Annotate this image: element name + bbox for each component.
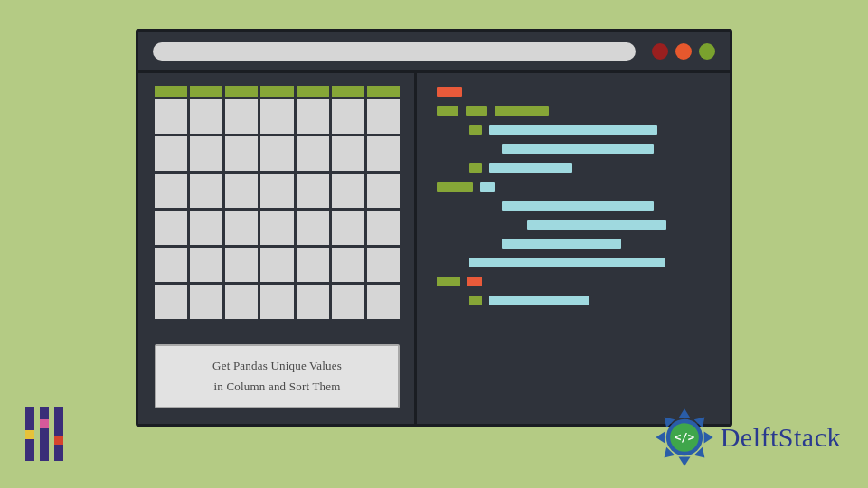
- grid-cell: [367, 136, 400, 171]
- grid-cell: [190, 285, 222, 319]
- caption-box: Get Pandas Unique Values in Column and S…: [155, 344, 400, 408]
- grid-cell: [367, 99, 400, 134]
- table-row: [155, 285, 400, 319]
- grid-cell: [225, 285, 258, 319]
- code-line: [502, 200, 717, 211]
- spreadsheet-grid: [155, 86, 400, 319]
- grid-cell: [297, 211, 329, 245]
- grid-cell: [225, 211, 258, 245]
- grid-cell: [260, 99, 293, 134]
- code-line: [469, 295, 717, 305]
- code-line: [469, 257, 717, 267]
- grid-header-cell: [260, 86, 293, 97]
- code-line: [437, 105, 717, 116]
- grid-cell: [225, 248, 258, 282]
- table-row: [155, 174, 400, 208]
- code-line: [502, 238, 717, 249]
- code-line: [437, 276, 717, 286]
- delftstack-logo: </> DelftStack: [652, 405, 841, 470]
- grid-cell: [190, 174, 222, 208]
- code-token: [467, 277, 482, 286]
- grid-cell: [367, 211, 400, 245]
- grid-cell: [190, 211, 222, 245]
- grid-header-cell: [367, 86, 400, 97]
- code-token: [502, 239, 621, 249]
- grid-header-cell: [155, 86, 187, 97]
- grid-cell: [332, 136, 364, 171]
- grid-cell: [332, 248, 364, 282]
- svg-marker-0: [678, 408, 690, 418]
- code-line: [527, 219, 717, 230]
- left-pane: Get Pandas Unique Values in Column and S…: [138, 73, 417, 424]
- grid-cell: [190, 136, 222, 171]
- grid-cell: [297, 174, 329, 208]
- url-bar[interactable]: [153, 42, 636, 61]
- grid-cell: [225, 136, 258, 171]
- grid-cell: [155, 136, 187, 171]
- svg-text:</>: </>: [675, 431, 694, 444]
- code-token: [437, 106, 458, 116]
- code-token: [480, 182, 495, 192]
- table-row: [155, 99, 400, 134]
- code-line: [437, 86, 717, 97]
- grid-cell: [190, 99, 222, 134]
- grid-cell: [225, 99, 258, 134]
- window-controls: [652, 43, 715, 60]
- code-bullet: [469, 163, 482, 173]
- grid-cell: [155, 99, 187, 134]
- code-token: [437, 182, 473, 192]
- code-token: [502, 201, 654, 211]
- delftstack-label: DelftStack: [721, 422, 841, 453]
- code-token: [437, 277, 460, 286]
- grid-body: [155, 99, 400, 319]
- code-token: [466, 106, 487, 116]
- right-pane: [417, 73, 730, 424]
- code-token: [437, 87, 462, 97]
- grid-cell: [367, 174, 400, 208]
- svg-marker-6: [656, 432, 665, 444]
- code-block: [437, 86, 717, 305]
- svg-marker-2: [703, 432, 712, 444]
- minimize-icon[interactable]: [675, 43, 692, 60]
- close-icon[interactable]: [652, 43, 668, 60]
- grid-cell: [297, 285, 329, 319]
- grid-cell: [367, 285, 400, 319]
- caption-line-2: in Column and Sort Them: [164, 376, 391, 397]
- content-panes: Get Pandas Unique Values in Column and S…: [138, 73, 730, 424]
- table-row: [155, 136, 400, 171]
- grid-cell: [260, 211, 293, 245]
- code-line: [469, 124, 717, 135]
- grid-cell: [190, 248, 222, 282]
- code-token: [495, 106, 549, 116]
- grid-cell: [260, 285, 293, 319]
- titlebar: [138, 32, 730, 73]
- grid-cell: [155, 248, 187, 282]
- grid-cell: [297, 99, 329, 134]
- code-token: [527, 220, 666, 230]
- grid-header-row: [155, 86, 400, 97]
- grid-cell: [297, 136, 329, 171]
- app-window: Get Pandas Unique Values in Column and S…: [136, 29, 732, 427]
- code-bullet: [469, 125, 482, 135]
- grid-cell: [260, 136, 293, 171]
- maximize-icon[interactable]: [699, 43, 715, 60]
- code-token: [489, 163, 572, 173]
- code-token: [489, 125, 657, 135]
- code-token: [502, 144, 654, 154]
- grid-cell: [225, 174, 258, 208]
- code-token: [489, 296, 589, 305]
- left-logo-icon: [25, 407, 63, 461]
- grid-cell: [332, 99, 364, 134]
- caption-line-1: Get Pandas Unique Values: [164, 355, 391, 376]
- grid-cell: [332, 211, 364, 245]
- code-line: [502, 143, 717, 154]
- grid-cell: [155, 174, 187, 208]
- grid-cell: [367, 248, 400, 282]
- grid-header-cell: [190, 86, 222, 97]
- grid-cell: [332, 285, 364, 319]
- table-row: [155, 211, 400, 245]
- grid-cell: [297, 248, 329, 282]
- code-bullet: [469, 296, 482, 305]
- delftstack-badge-icon: </>: [652, 405, 717, 470]
- grid-header-cell: [297, 86, 329, 97]
